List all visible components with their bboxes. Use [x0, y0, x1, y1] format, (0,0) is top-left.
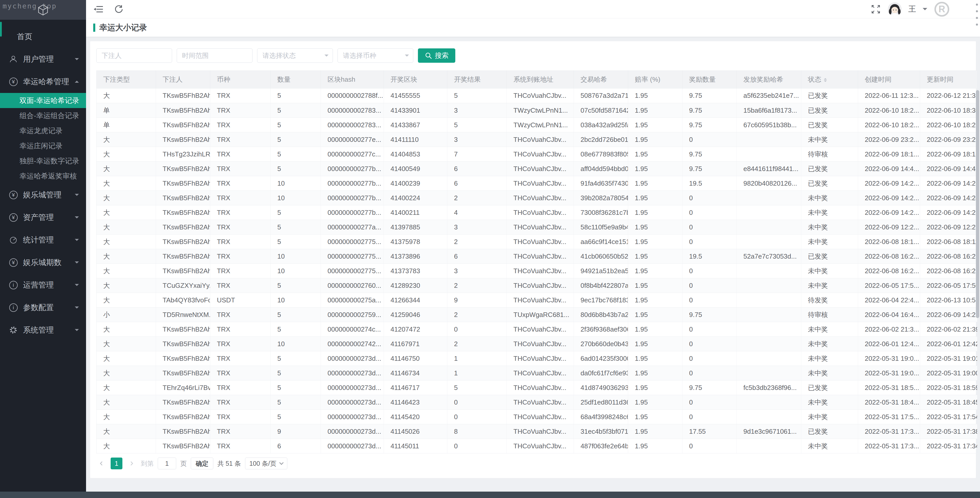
table-cell: 大 [97, 424, 156, 439]
fullscreen-button[interactable] [870, 4, 881, 14]
column-header[interactable]: 状态 [801, 71, 858, 89]
table-cell: 2022-06-04 16:4... [858, 307, 920, 322]
table-cell: 5 [270, 351, 321, 366]
sidebar-subitem[interactable]: 幸运哈希返奖审核 [0, 169, 86, 184]
table-cell: THsTg23JzihLR... [156, 147, 210, 162]
bettor-input[interactable] [96, 48, 172, 63]
sidebar-subitem[interactable]: 幸运龙虎记录 [0, 123, 86, 138]
sidebar-scrollbar-thumb[interactable] [0, 22, 2, 37]
table-row: 大TEhrZq46rLi7Bv...TRX5000000000273d...41… [97, 380, 977, 395]
page-label: 页 [180, 459, 187, 468]
sidebar-subitem[interactable]: 独胆-幸运数字记录 [0, 153, 86, 169]
table-cell: TKswB5FhB2Ah... [156, 220, 210, 234]
table-cell: 0 [682, 410, 737, 424]
table-cell: THCoVuahCJbv... [507, 395, 574, 410]
table-row: 大TKswB5FhB2Ah...TRX5000000000274c...4120… [97, 322, 977, 337]
sidebar-item-label: 运营管理 [23, 280, 54, 290]
table-cell: TKswB5FhB2Ah... [156, 264, 210, 278]
sidebar-item-9[interactable]: 系统管理 [0, 319, 86, 341]
table-cell: 1 [447, 366, 507, 380]
table-cell: 9 [270, 424, 321, 439]
sidebar-subitem[interactable]: 组合-幸运组合记录 [0, 108, 86, 123]
search-button[interactable]: 搜索 [418, 48, 455, 63]
sidebar-item-0[interactable]: 首页 [0, 25, 86, 48]
table-cell: TKswB5FhB2Ah... [156, 249, 210, 264]
table-cell: 2022-06-01 12:42... [920, 337, 977, 351]
table-cell: 5 [270, 278, 321, 293]
sidebar-item-4[interactable]: ¥资产管理 [0, 206, 86, 229]
table-cell: 2022-05-31 17:3... [858, 424, 920, 439]
page-size-select[interactable]: 100 条/页 [245, 458, 288, 469]
page-number-1[interactable]: 1 [111, 458, 123, 469]
sidebar-item-label: 首页 [17, 32, 32, 42]
avatar[interactable] [888, 2, 902, 16]
sidebar-item-1[interactable]: 用户管理 [0, 48, 86, 70]
sidebar-item-5[interactable]: 统计管理 [0, 229, 86, 251]
table-cell: 2022-05-31 18:45... [920, 395, 977, 410]
table-cell: 大 [97, 132, 156, 147]
table-cell: 0000000002775... [321, 234, 384, 249]
user-menu-caret-icon[interactable] [923, 8, 927, 13]
sidebar-item-8[interactable]: i参数配置 [0, 296, 86, 319]
table-row: 大TAb4QY83fvoFo...USDT10000000000275a...4… [97, 293, 977, 307]
collapse-sidebar-button[interactable] [94, 5, 103, 13]
user-icon [8, 55, 18, 64]
table-cell: 68a4f3998248c6... [574, 410, 628, 424]
next-page-button[interactable] [127, 458, 137, 469]
table-cell: 2022-05-31 18:4... [858, 395, 920, 410]
table-cell: TRX [210, 103, 270, 118]
table-row: 大TKswB5FhB2Ah...TRX5000000000277b...4140… [97, 162, 977, 176]
sidebar-item-6[interactable]: ¥娱乐城期数 [0, 251, 86, 274]
table-cell: 已发奖 [801, 249, 858, 264]
table-cell: TRX [210, 249, 270, 264]
refresh-button[interactable] [114, 4, 123, 14]
table-cell: 10 [270, 264, 321, 278]
table-cell: 9d1e3c9671061... [737, 424, 801, 439]
caret-down-icon [75, 329, 79, 333]
sidebar-subitem[interactable]: 双面-幸运哈希记录 [0, 93, 86, 108]
table-cell: TRX [210, 439, 270, 453]
sidebar-item-3[interactable]: ¥娱乐城管理 [0, 184, 86, 206]
top-navbar: 王 R [86, 0, 980, 18]
table-cell: THCoVuahCJbv... [507, 264, 574, 278]
table-cell: 未中奖 [801, 337, 858, 351]
table-cell [737, 220, 801, 234]
table-cell: TRX [210, 205, 270, 220]
table-cell: TKswB5FhB2Ah... [156, 395, 210, 410]
username[interactable]: 王 [908, 4, 916, 14]
table-cell: 31ec4b5f3bf071... [574, 424, 628, 439]
goto-page-input[interactable] [158, 458, 176, 469]
sidebar-item-7[interactable]: i运营管理 [0, 274, 86, 296]
horizontal-scrollbar[interactable] [0, 492, 980, 498]
table-cell: TKswB5FhB2Ah... [156, 162, 210, 176]
table-cell: 1.95 [628, 205, 682, 220]
sidebar-subitem[interactable]: 幸运庄闲记录 [0, 138, 86, 153]
status-select[interactable]: 请选择状态 [257, 48, 333, 63]
time-range-input[interactable] [177, 48, 253, 63]
prev-page-button[interactable] [96, 458, 107, 469]
table-cell: 5 [270, 103, 321, 118]
table-cell: THCoVuahCJbv... [507, 205, 574, 220]
coin-select[interactable]: 请选择币种 [337, 48, 413, 63]
table-cell: 已发奖 [801, 103, 858, 118]
table-cell: 1.95 [628, 220, 682, 234]
table-cell: 1.95 [628, 249, 682, 264]
table-cell: 41266344 [384, 293, 447, 307]
table-cell: 41400224 [384, 191, 447, 205]
table-row: 单TKswB5FhB2Ah...TRX50000000002783...4143… [97, 118, 977, 132]
confirm-page-button[interactable]: 确定 [191, 458, 213, 469]
caret-down-icon [75, 307, 79, 310]
table-cell: 0 [682, 395, 737, 410]
sidebar-item-label: 系统管理 [23, 325, 54, 336]
watermark-logo: R [934, 2, 949, 17]
table-cell: 1.95 [628, 278, 682, 293]
table-cell: 1.95 [628, 351, 682, 366]
table-row: 大TKswB5FhB2Ah...TRX50000000002788f...414… [97, 89, 977, 103]
gear-icon [8, 326, 18, 334]
sidebar-item-2[interactable]: ¥幸运哈希管理 [0, 70, 86, 93]
table-cell: 41373896 [384, 249, 447, 264]
table-scrollbar-thumb[interactable] [976, 90, 979, 318]
sort-icons[interactable] [824, 76, 827, 83]
column-header: 发放奖励哈希 [737, 71, 801, 89]
table-cell: 大 [97, 89, 156, 103]
